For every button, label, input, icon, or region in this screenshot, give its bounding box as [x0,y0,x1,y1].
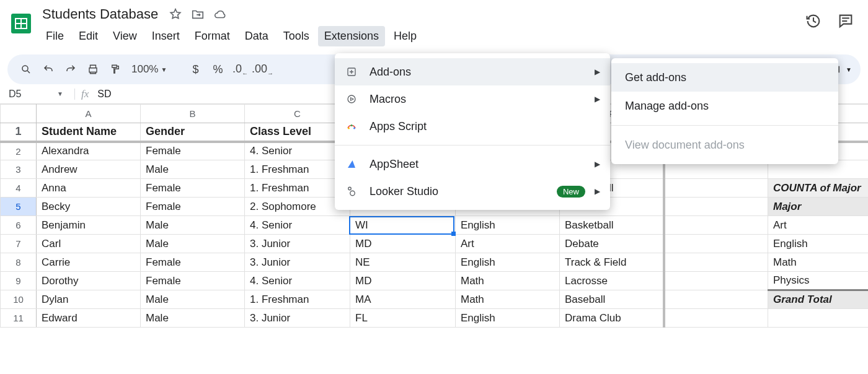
undo-icon[interactable] [38,59,58,79]
svg-point-13 [351,124,353,126]
redo-icon[interactable] [61,59,81,79]
chevron-right-icon: ▶ [595,67,600,76]
increase-decimal-icon[interactable]: .00→ [252,59,272,79]
doc-title[interactable]: Students Database [40,5,161,24]
menu-item-macros[interactable]: Macros ▶ [335,85,610,113]
svg-point-12 [348,128,350,129]
table-row[interactable]: 6BenjaminMale4. SeniorWIEnglishBasketbal… [1,216,869,235]
currency-button[interactable]: $ [185,59,205,79]
chevron-down-icon: ▼ [57,90,63,97]
menu-item-looker-studio[interactable]: Looker Studio New ▶ [335,178,610,205]
move-folder-icon[interactable] [190,7,205,22]
table-row[interactable]: 10DylanMale1. FreshmanMAMathBaseballGran… [1,290,869,309]
chevron-down-icon[interactable]: ▼ [846,66,852,73]
col-header[interactable]: A [37,105,141,123]
macros-icon [345,94,358,105]
menu-format[interactable]: Format [188,26,236,46]
table-row[interactable]: 11EdwardMale3. JuniorFLEnglishDrama Club [1,309,869,328]
chevron-right-icon: ▶ [595,160,600,168]
decrease-decimal-icon[interactable]: .0← [230,59,250,79]
menu-extensions[interactable]: Extensions [318,26,385,46]
zoom-select[interactable]: 100%▼ [128,59,170,79]
formula-bar[interactable]: SD [97,89,111,100]
star-icon[interactable] [168,7,183,22]
paint-format-icon[interactable] [105,59,125,79]
menu-edit[interactable]: Edit [73,26,104,46]
search-icon[interactable] [16,59,36,79]
menu-file[interactable]: File [40,26,70,46]
menu-data[interactable]: Data [239,26,275,46]
menu-item-manage-addons[interactable]: Manage add-ons [611,92,838,120]
menu-item-view-document-addons: View document add-ons [611,131,838,159]
svg-point-6 [22,66,28,71]
select-all-corner[interactable] [1,105,37,123]
name-box[interactable]: D5▼ [6,89,68,100]
table-row[interactable]: 7CarlMale3. JuniorMDArtDebateEnglish [1,235,869,253]
addons-icon [345,66,358,77]
print-icon[interactable] [83,59,103,79]
svg-line-7 [27,71,30,73]
svg-point-14 [353,128,355,129]
extensions-menu: Add-ons ▶ Macros ▶ Apps Script AppSheet … [335,53,610,210]
menu-view[interactable]: View [107,26,143,46]
menu-item-apps-script[interactable]: Apps Script [335,113,610,140]
addons-submenu: Get add-ons Manage add-ons View document… [611,58,838,164]
menu-tools[interactable]: Tools [277,26,316,46]
menu-bar: File Edit View Insert Format Data Tools … [40,26,423,46]
menu-help[interactable]: Help [388,26,423,46]
new-badge: New [557,186,585,198]
fx-icon: fx [81,88,89,100]
chevron-right-icon: ▶ [595,95,600,103]
chevron-right-icon: ▶ [595,187,600,196]
menu-item-addons[interactable]: Add-ons ▶ [335,58,610,85]
sheets-logo[interactable] [9,7,33,40]
table-row[interactable]: 9DorothyFemale4. SeniorMDMathLacrossePhy… [1,272,869,290]
table-row[interactable]: 8CarrieFemale3. JuniorNEEnglishTrack & F… [1,253,869,272]
appsheet-icon [345,159,358,170]
cloud-status-icon[interactable] [213,7,228,22]
menu-insert[interactable]: Insert [146,26,186,46]
menu-item-get-addons[interactable]: Get add-ons [611,63,838,92]
percent-button[interactable]: % [208,59,228,79]
looker-icon [345,186,358,197]
menu-item-appsheet[interactable]: AppSheet ▶ [335,150,610,178]
apps-script-icon [345,121,358,132]
history-icon[interactable] [805,12,822,30]
svg-point-16 [350,191,355,196]
svg-point-15 [348,187,352,190]
col-header[interactable]: B [141,105,245,123]
comments-icon[interactable] [837,12,854,30]
col-header[interactable]: C [245,105,350,123]
